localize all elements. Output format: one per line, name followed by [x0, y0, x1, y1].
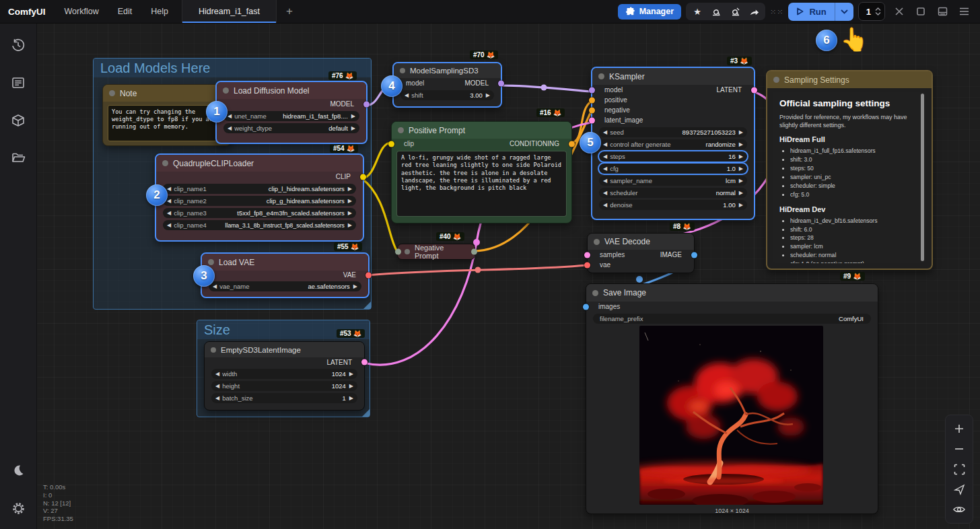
node-header[interactable]: ModelSamplingSD3 — [394, 63, 501, 78]
next-value-icon[interactable]: ▶ — [739, 178, 743, 184]
collapse-dot-icon[interactable] — [594, 239, 600, 245]
menu-workflow[interactable]: Workflow — [55, 7, 108, 16]
zoom-in-icon[interactable] — [954, 422, 965, 435]
next-value-icon[interactable]: ▶ — [349, 372, 353, 377]
link-visibility-eye-icon[interactable] — [953, 503, 965, 516]
samples-input-slot[interactable] — [584, 252, 590, 258]
collapse-dot-icon[interactable] — [405, 249, 410, 254]
widget-batch-size[interactable]: ◀ batch_size 1 ▶ — [211, 393, 357, 403]
next-value-icon[interactable]: ▶ — [739, 166, 743, 172]
node-quadruple-clip-loader[interactable]: QuadrupleCLIPLoader CLIP ◀ clip_name1 cl… — [155, 153, 364, 242]
collapse-dot-icon[interactable] — [598, 73, 604, 79]
node-header[interactable]: QuadrupleCLIPLoader — [156, 155, 363, 172]
tab-hidream-i1-fast[interactable]: Hidream_i1_fast — [182, 0, 277, 23]
node-header[interactable]: Save Image — [586, 284, 878, 302]
next-value-icon[interactable]: ▶ — [739, 190, 743, 196]
group-resize-handle[interactable] — [362, 409, 370, 417]
node-vae-decode[interactable]: VAE Decode samples IMAGE vae — [587, 233, 695, 273]
positive-input-slot[interactable] — [589, 97, 595, 103]
latent-output-slot[interactable] — [361, 359, 368, 365]
share-icon[interactable] — [744, 3, 763, 20]
collapse-dot-icon[interactable] — [592, 290, 598, 296]
manager-button[interactable]: Manager — [618, 4, 681, 20]
widget-clip-name2[interactable]: ◀ clip_name2 clip_g_hidream.safetensors … — [163, 196, 356, 206]
collapse-dot-icon[interactable] — [109, 90, 115, 96]
star-icon[interactable]: ★ — [688, 3, 707, 20]
node-negative-prompt[interactable]: Negative Prompt — [397, 244, 475, 260]
settings-gear-icon[interactable] — [0, 493, 36, 524]
model-output-slot[interactable] — [363, 101, 370, 107]
widget-unet-name[interactable]: ◀ unet_name hidream_i1_fast_fp8.... ▶ — [223, 111, 359, 121]
next-value-icon[interactable]: ▶ — [349, 384, 353, 389]
collapse-dot-icon[interactable] — [400, 68, 405, 73]
node-header[interactable]: Load Diffusion Model — [217, 82, 366, 99]
menu-icon[interactable] — [954, 3, 973, 20]
widget-width[interactable]: ◀ width 1024 ▶ — [211, 369, 357, 379]
run-button[interactable]: Run — [788, 3, 834, 21]
decrement-icon[interactable] — [875, 11, 881, 15]
next-value-icon[interactable]: ▶ — [351, 126, 355, 131]
next-value-icon[interactable]: ▶ — [739, 154, 743, 160]
collapse-dot-icon[interactable] — [223, 87, 229, 94]
latent-output-slot[interactable] — [751, 87, 757, 93]
workflows-folder-icon[interactable] — [0, 143, 36, 174]
node-header[interactable]: KSampler — [592, 68, 754, 85]
node-library-icon[interactable] — [0, 67, 36, 98]
loop-glyph-icon-2[interactable] — [726, 3, 744, 20]
node-load-vae[interactable]: Load VAE VAE ◀ vae_name ae.safetensors ▶ — [201, 252, 370, 298]
queue-panel-icon[interactable] — [933, 3, 952, 20]
widget-clip-name3[interactable]: ◀ clip_name3 t5xxl_fp8_e4m3fn_scaled.saf… — [163, 208, 356, 218]
history-icon[interactable] — [0, 30, 36, 61]
widget-seed[interactable]: ◀ seed 893725271053223 ▶ — [599, 127, 747, 137]
negative-input-slot[interactable] — [589, 107, 595, 113]
widget-vae-name[interactable]: ◀ vae_name ae.safetensors ▶ — [209, 281, 361, 291]
next-value-icon[interactable]: ▶ — [348, 186, 352, 192]
generated-image-preview[interactable] — [639, 326, 823, 505]
node-header[interactable]: EmptySD3LatentImage — [205, 342, 364, 357]
widget-clip-name4[interactable]: ◀ clip_name4 llama_3.1_8b_instruct_fp8_s… — [163, 220, 356, 230]
node-header[interactable]: Load VAE — [202, 254, 368, 271]
widget-control-after-generate[interactable]: ◀ control after generate randomize ▶ — [599, 139, 747, 149]
collapse-dot-icon[interactable] — [773, 77, 779, 83]
theme-moon-icon[interactable] — [0, 455, 36, 486]
next-value-icon[interactable]: ▶ — [739, 203, 743, 208]
run-options-chevron[interactable] — [835, 3, 853, 21]
vae-input-slot[interactable] — [584, 262, 590, 268]
node-ksampler[interactable]: KSampler model LATENT positive negative … — [591, 67, 755, 220]
images-input-slot[interactable] — [583, 304, 589, 310]
collapsed-output-slot[interactable] — [471, 249, 477, 255]
node-positive-prompt[interactable]: Positive Prompt clip CONDITIONING A lo-f… — [391, 121, 572, 223]
batch-count-stepper[interactable]: 1 — [858, 2, 885, 21]
next-value-icon[interactable]: ▶ — [349, 396, 353, 401]
conditioning-output-slot[interactable] — [569, 141, 575, 147]
next-value-icon[interactable]: ▶ — [739, 130, 743, 135]
widget-scheduler[interactable]: ◀ scheduler normal ▶ — [599, 188, 747, 198]
next-value-icon[interactable]: ▶ — [348, 199, 352, 204]
loop-glyph-icon-1[interactable] — [707, 3, 726, 20]
widget-height[interactable]: ◀ height 1024 ▶ — [211, 381, 357, 391]
menu-edit[interactable]: Edit — [108, 7, 142, 16]
menu-help[interactable]: Help — [141, 7, 178, 16]
vae-output-slot[interactable] — [365, 272, 372, 278]
node-sampling-settings[interactable]: Sampling Settings Official sampling sett… — [766, 70, 933, 270]
widget-cfg[interactable]: ◀ cfg 1.0 ▶ — [599, 164, 747, 174]
new-workflow-tab-button[interactable]: + — [277, 0, 302, 23]
node-header[interactable]: Positive Prompt — [392, 122, 571, 139]
widget-denoise[interactable]: ◀ denoise 1.00 ▶ — [599, 200, 747, 210]
widget-shift[interactable]: ◀ shift 3.00 ▶ — [400, 90, 494, 100]
node-header[interactable]: VAE Decode — [588, 234, 694, 250]
widget-steps[interactable]: ◀ steps 16 ▶ — [599, 151, 747, 162]
stop-icon[interactable] — [911, 3, 930, 20]
next-value-icon[interactable]: ▶ — [351, 114, 355, 119]
model-input-slot[interactable] — [589, 87, 595, 93]
prompt-textarea[interactable]: A lo-fi, grungy wide shot of a ragged la… — [396, 151, 567, 217]
next-value-icon[interactable]: ▶ — [348, 223, 352, 228]
next-value-icon[interactable]: ▶ — [486, 93, 490, 98]
group-resize-handle[interactable] — [363, 302, 371, 309]
next-value-icon[interactable]: ▶ — [353, 284, 357, 289]
widget-weight-dtype[interactable]: ◀ weight_dtype default ▶ — [223, 123, 359, 133]
collapse-dot-icon[interactable] — [211, 347, 216, 353]
app-logo[interactable]: ComfyUI — [0, 7, 55, 17]
collapse-dot-icon[interactable] — [208, 259, 214, 265]
node-header[interactable]: Sampling Settings — [767, 71, 932, 88]
